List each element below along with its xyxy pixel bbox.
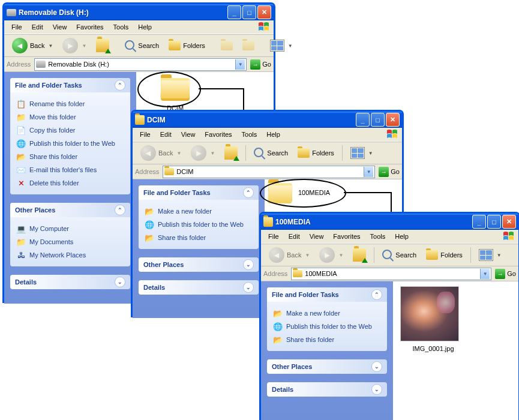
address-dropdown[interactable]: ▼ — [480, 269, 490, 279]
panel-header[interactable]: File and Folder Tasks⌃ — [10, 78, 130, 92]
task-publish[interactable]: 🌐Publish this folder to the Web — [145, 218, 253, 231]
titlebar[interactable]: Removable Disk (H:) _ □ ✕ — [4, 4, 274, 20]
panel-header[interactable]: Details⌄ — [10, 275, 130, 289]
titlebar[interactable]: DCIM _ □ ✕ — [133, 112, 402, 128]
go-label: Go — [262, 61, 271, 68]
menu-file[interactable]: File — [135, 130, 155, 139]
up-button[interactable] — [92, 36, 113, 55]
other-documents[interactable]: 📁My Documents — [16, 235, 124, 248]
move-to-button[interactable] — [217, 36, 237, 55]
up-button[interactable] — [349, 245, 370, 265]
panel-header[interactable]: File and Folder Tasks⌃ — [139, 185, 259, 200]
minimize-button[interactable]: _ — [227, 5, 241, 19]
menu-file[interactable]: File — [263, 232, 284, 241]
task-publish[interactable]: 🌐Publish this folder to the Web — [273, 320, 381, 333]
menu-help[interactable]: Help — [390, 232, 413, 241]
task-delete[interactable]: ✕Delete this folder — [16, 176, 124, 190]
views-button[interactable]: ▼ — [346, 143, 377, 163]
file-item-img0001[interactable]: IMG_0001.jpg — [400, 286, 466, 352]
address-field[interactable]: Removable Disk (H:) ▼ — [34, 58, 247, 71]
go-button[interactable]: →Go — [495, 268, 516, 280]
other-network[interactable]: 🖧My Network Places — [16, 248, 124, 262]
views-button[interactable]: ▼ — [266, 36, 297, 55]
address-field[interactable]: 100MEDIA ▼ — [291, 268, 491, 280]
menu-favorites[interactable]: Favorites — [200, 130, 236, 139]
menu-view[interactable]: View — [48, 22, 72, 32]
address-dropdown[interactable]: ▼ — [364, 167, 373, 177]
minimize-button[interactable]: _ — [356, 113, 370, 127]
menu-favorites[interactable]: Favorites — [71, 22, 108, 32]
task-move[interactable]: 📁Move this folder — [16, 110, 124, 124]
forward-button[interactable]: ►▼ — [187, 143, 219, 163]
panel-header[interactable]: File and Folder Tasks⌃ — [267, 287, 387, 302]
folder-item-dcim[interactable]: DCIM — [148, 78, 202, 112]
maximize-button[interactable]: □ — [487, 215, 501, 229]
menu-edit[interactable]: Edit — [27, 22, 48, 32]
folders-button[interactable]: Folders — [164, 36, 209, 55]
task-copy[interactable]: 📄Copy this folder — [16, 124, 124, 137]
panel-header[interactable]: Other Places⌃ — [10, 203, 130, 217]
collapse-icon: ⌃ — [115, 205, 125, 215]
minimize-button[interactable]: _ — [472, 215, 486, 229]
address-dropdown[interactable]: ▼ — [235, 59, 245, 70]
task-new-folder[interactable]: 📂Make a new folder — [145, 205, 253, 218]
back-button[interactable]: ◄Back▼ — [8, 36, 57, 55]
folder-icon — [164, 168, 174, 175]
task-new-folder[interactable]: 📂Make a new folder — [273, 307, 381, 320]
menu-tools[interactable]: Tools — [237, 130, 262, 139]
search-button[interactable]: Search — [121, 36, 163, 55]
menu-edit[interactable]: Edit — [155, 130, 176, 139]
content-area[interactable]: IMG_0001.jpg — [393, 281, 518, 420]
menu-favorites[interactable]: Favorites — [328, 232, 365, 241]
copy-to-button[interactable] — [238, 36, 259, 55]
back-button[interactable]: ◄Back▼ — [265, 245, 314, 265]
up-button[interactable] — [220, 143, 242, 163]
menu-tools[interactable]: Tools — [365, 232, 391, 241]
task-share[interactable]: 📂Share this folder — [273, 333, 381, 346]
task-publish[interactable]: 🌐Publish this folder to the Web — [16, 137, 124, 150]
close-button[interactable]: ✕ — [386, 113, 400, 127]
go-icon: → — [250, 59, 260, 70]
menu-tools[interactable]: Tools — [109, 22, 134, 32]
expand-icon: ⌄ — [371, 384, 382, 395]
task-rename[interactable]: 📋Rename this folder — [16, 97, 124, 110]
go-label: Go — [507, 270, 516, 277]
menu-help[interactable]: Help — [262, 130, 285, 139]
views-button[interactable]: ▼ — [475, 245, 506, 265]
search-icon — [254, 148, 265, 158]
go-button[interactable]: →Go — [379, 166, 400, 178]
back-button[interactable]: ◄Back▼ — [136, 143, 185, 163]
go-button[interactable]: →Go — [250, 59, 271, 70]
menu-help[interactable]: Help — [133, 22, 157, 32]
folders-button[interactable]: Folders — [422, 245, 467, 265]
address-field[interactable]: DCIM ▼ — [163, 166, 375, 178]
maximize-button[interactable]: □ — [371, 113, 385, 127]
maximize-button[interactable]: □ — [242, 5, 256, 19]
panel-header[interactable]: Other Places⌄ — [267, 359, 387, 374]
menu-edit[interactable]: Edit — [284, 232, 305, 241]
task-share[interactable]: 📂Share this folder — [145, 231, 253, 244]
go-label: Go — [391, 168, 400, 175]
close-button[interactable]: ✕ — [502, 215, 516, 229]
other-computer[interactable]: 💻My Computer — [16, 222, 124, 235]
panel-header[interactable]: Details⌄ — [267, 382, 387, 397]
menu-view[interactable]: View — [305, 232, 329, 241]
forward-button[interactable]: ►▼ — [58, 36, 91, 55]
close-button[interactable]: ✕ — [257, 5, 271, 19]
task-share[interactable]: 📂Share this folder — [16, 150, 124, 163]
separator — [470, 247, 471, 263]
network-icon: 🖧 — [16, 250, 26, 260]
chevron-down-icon: ▼ — [288, 43, 293, 49]
titlebar[interactable]: 100MEDIA _ □ ✕ — [261, 214, 518, 230]
go-icon: → — [495, 269, 505, 279]
panel-header[interactable]: Details⌄ — [139, 280, 259, 295]
search-button[interactable]: Search — [250, 143, 292, 163]
panel-header[interactable]: Other Places⌄ — [139, 257, 259, 272]
menu-view[interactable]: View — [176, 130, 200, 139]
folder-item-100media[interactable]: 100MEDIA — [268, 183, 346, 202]
forward-button[interactable]: ►▼ — [315, 245, 347, 265]
search-button[interactable]: Search — [378, 245, 421, 265]
menu-file[interactable]: File — [7, 22, 27, 32]
folders-button[interactable]: Folders — [293, 143, 338, 163]
task-email[interactable]: ✉️E-mail this folder's files — [16, 163, 124, 176]
